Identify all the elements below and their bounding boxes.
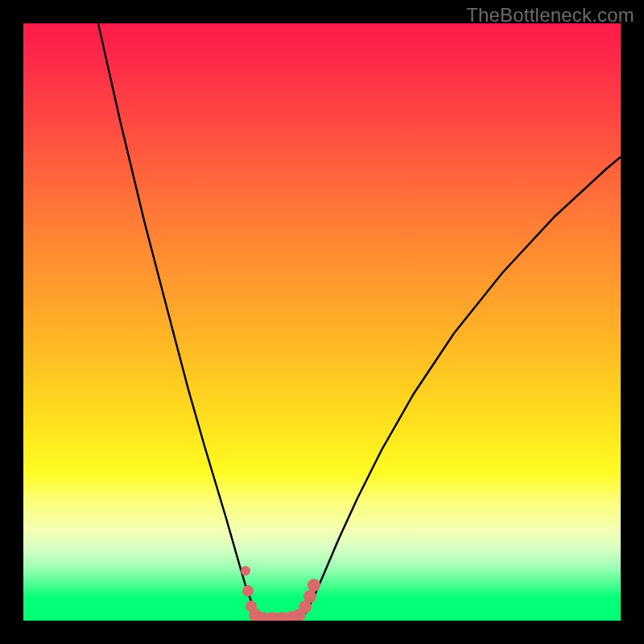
gradient-plot-area: [23, 23, 621, 621]
marker-dot: [303, 590, 316, 603]
marker-dot: [241, 566, 250, 576]
marker-dot: [242, 585, 254, 597]
bottleneck-curve-svg: [23, 23, 621, 621]
curve-right-branch: [301, 157, 621, 621]
bottom-marker-cluster: [241, 566, 320, 621]
curve-left-branch: [98, 23, 261, 621]
marker-dot: [308, 579, 320, 592]
